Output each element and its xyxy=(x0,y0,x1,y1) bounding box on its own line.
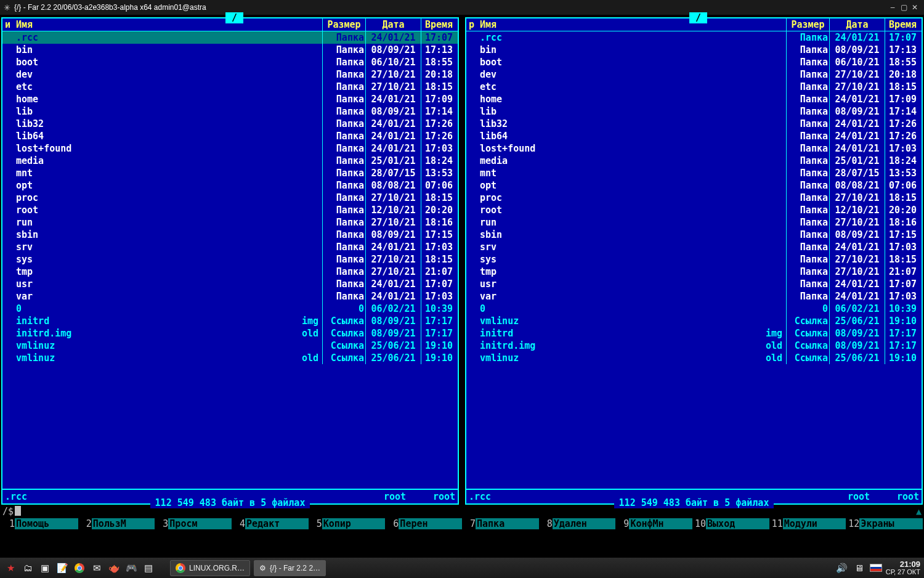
keyboard-layout-flag[interactable] xyxy=(870,564,882,572)
left-panel-path[interactable]: / xyxy=(225,12,243,23)
col-time-header[interactable]: Время xyxy=(421,18,456,31)
file-row[interactable]: .rccПапка24/01/2117:07 xyxy=(2,31,458,44)
file-row[interactable]: runПапка27/10/2118:16 xyxy=(466,216,922,229)
file-row[interactable]: mediaПапка25/01/2118:24 xyxy=(2,155,458,167)
right-file-list[interactable]: .rccПапка24/01/2117:07binПапка08/09/2117… xyxy=(466,31,922,489)
file-row[interactable]: procПапка27/10/2118:15 xyxy=(466,192,922,204)
file-row[interactable]: lib64Папка24/01/2117:26 xyxy=(466,130,922,142)
file-row[interactable]: tmpПапка27/10/2121:07 xyxy=(466,266,922,278)
file-row[interactable]: srvПапка24/01/2117:03 xyxy=(2,241,458,253)
file-row[interactable]: usrПапка24/01/2117:07 xyxy=(466,278,922,290)
keybar-f3[interactable]: 3Просм xyxy=(155,518,232,529)
file-row[interactable]: optПапка08/08/2107:06 xyxy=(2,179,458,192)
file-row[interactable]: initrd.imgoldСсылка08/09/2117:17 xyxy=(466,340,922,352)
file-row[interactable]: etcПапка27/10/2118:15 xyxy=(466,81,922,93)
col-size-header[interactable]: Размер xyxy=(322,18,365,31)
file-row[interactable]: tmpПапка27/10/2121:07 xyxy=(2,266,458,278)
right-panel[interactable]: / p Имя Размер Дата Время .rccПапка24/01… xyxy=(465,17,923,505)
file-row[interactable]: initrdimgСсылка08/09/2117:17 xyxy=(2,315,458,327)
file-row[interactable]: runПапка27/10/2118:16 xyxy=(2,216,458,229)
left-panel[interactable]: / и Имя Размер Дата Время .rccПапка24/01… xyxy=(1,17,459,505)
file-row[interactable]: varПапка24/01/2117:03 xyxy=(2,290,458,303)
file-row[interactable]: devПапка27/10/2120:18 xyxy=(2,68,458,81)
taskbar-item-far[interactable]: ⚙ {/} - Far 2.2 2… xyxy=(254,560,326,576)
keybar-f1[interactable]: 1Помощь xyxy=(1,518,78,529)
file-row[interactable]: lib32Папка24/01/2117:26 xyxy=(2,118,458,130)
network-icon[interactable]: 🖥 xyxy=(853,561,866,575)
keybar-f4[interactable]: 4Редакт xyxy=(232,518,309,529)
file-row[interactable]: mediaПапка25/01/2118:24 xyxy=(466,155,922,167)
file-row[interactable]: lib32Папка24/01/2117:26 xyxy=(466,118,922,130)
file-row[interactable]: vmlinuzСсылка25/06/2119:10 xyxy=(466,315,922,327)
col-date-header[interactable]: Дата xyxy=(829,18,885,31)
file-row[interactable]: vmlinuzСсылка25/06/2119:10 xyxy=(2,340,458,352)
file-row[interactable]: 0006/02/2110:39 xyxy=(466,303,922,315)
keybar-f12[interactable]: 12Экраны xyxy=(846,518,923,529)
teapot-icon[interactable]: 🫖 xyxy=(107,561,121,575)
keybar-f2[interactable]: 2ПользМ xyxy=(78,518,155,529)
file-row[interactable]: procПапка27/10/2118:15 xyxy=(2,192,458,204)
file-row[interactable]: mntПапка28/07/1513:53 xyxy=(2,167,458,179)
file-row[interactable]: optПапка08/08/2107:06 xyxy=(466,179,922,192)
mail-icon[interactable]: ✉ xyxy=(90,561,103,575)
file-row[interactable]: sbinПапка08/09/2117:15 xyxy=(466,229,922,241)
file-row[interactable]: lost+foundПапка24/01/2117:03 xyxy=(2,142,458,155)
file-row[interactable]: rootПапка12/10/2120:20 xyxy=(466,204,922,216)
file-row[interactable]: srvПапка24/01/2117:03 xyxy=(466,241,922,253)
sort-indicator[interactable]: p xyxy=(468,18,479,31)
left-file-list[interactable]: .rccПапка24/01/2117:07binПапка08/09/2117… xyxy=(2,31,458,489)
file-row[interactable]: libПапка08/09/2117:14 xyxy=(466,105,922,118)
file-row[interactable]: initrdimgСсылка08/09/2117:17 xyxy=(466,327,922,340)
file-manager-icon[interactable]: 🗂 xyxy=(21,561,34,575)
right-panel-path[interactable]: / xyxy=(689,12,707,23)
start-menu-icon[interactable]: ★ xyxy=(4,561,17,575)
col-time-header[interactable]: Время xyxy=(885,18,920,31)
dosbox-icon[interactable]: 🎮 xyxy=(124,561,138,575)
file-row[interactable]: bootПапка06/10/2118:55 xyxy=(2,56,458,68)
file-row[interactable]: rootПапка12/10/2120:20 xyxy=(2,204,458,216)
terminal-icon[interactable]: ▣ xyxy=(38,561,52,575)
monitor-icon[interactable]: ▤ xyxy=(142,561,155,575)
system-taskbar[interactable]: ★ 🗂 ▣ 📝 ✉ 🫖 🎮 ▤ LINUX.ORG.R… ⚙ {/} - Far… xyxy=(0,557,924,578)
file-row[interactable]: mntПапка28/07/1513:53 xyxy=(466,167,922,179)
file-row[interactable]: devПапка27/10/2120:18 xyxy=(466,68,922,81)
editor-icon[interactable]: 📝 xyxy=(55,561,69,575)
col-date-header[interactable]: Дата xyxy=(365,18,421,31)
volume-icon[interactable]: 🔊 xyxy=(835,561,849,575)
file-row[interactable]: binПапка08/09/2117:13 xyxy=(466,44,922,56)
col-name-header[interactable]: Имя xyxy=(15,18,322,31)
chrome-icon[interactable] xyxy=(73,561,86,575)
taskbar-item-browser[interactable]: LINUX.ORG.R… xyxy=(170,560,250,576)
sort-indicator[interactable]: и xyxy=(4,18,15,31)
keybar-f9[interactable]: 9КонфМн xyxy=(615,518,692,529)
minimize-button[interactable]: – xyxy=(887,3,898,12)
file-row[interactable]: etcПапка27/10/2118:15 xyxy=(2,81,458,93)
file-row[interactable]: sbinПапка08/09/2117:15 xyxy=(2,229,458,241)
file-row[interactable]: sysПапка27/10/2118:15 xyxy=(2,253,458,266)
file-row[interactable]: homeПапка24/01/2117:09 xyxy=(466,93,922,105)
file-row[interactable]: libПапка08/09/2117:14 xyxy=(2,105,458,118)
file-row[interactable]: vmlinuzoldСсылка25/06/2119:10 xyxy=(2,352,458,364)
col-size-header[interactable]: Размер xyxy=(786,18,829,31)
file-row[interactable]: initrd.imgoldСсылка08/09/2117:17 xyxy=(2,327,458,340)
keybar-f5[interactable]: 5Копир xyxy=(309,518,386,529)
file-row[interactable]: binПапка08/09/2117:13 xyxy=(2,44,458,56)
file-row[interactable]: vmlinuzoldСсылка25/06/2119:10 xyxy=(466,352,922,364)
file-row[interactable]: .rccПапка24/01/2117:07 xyxy=(466,31,922,44)
keybar-f7[interactable]: 7Папка xyxy=(462,518,539,529)
keybar-f10[interactable]: 10Выход xyxy=(692,518,769,529)
col-name-header[interactable]: Имя xyxy=(479,18,786,31)
file-row[interactable]: usrПапка24/01/2117:07 xyxy=(2,278,458,290)
close-button[interactable]: ✕ xyxy=(909,3,920,12)
keybar-f8[interactable]: 8Удален xyxy=(539,518,616,529)
maximize-button[interactable]: ▢ xyxy=(898,3,909,12)
file-row[interactable]: varПапка24/01/2117:03 xyxy=(466,290,922,303)
keybar-f11[interactable]: 11Модули xyxy=(769,518,846,529)
command-line[interactable]: /$ ▲ xyxy=(0,505,924,518)
file-row[interactable]: bootПапка06/10/2118:55 xyxy=(466,56,922,68)
file-row[interactable]: sysПапка27/10/2118:15 xyxy=(466,253,922,266)
file-row[interactable]: lib64Папка24/01/2117:26 xyxy=(2,130,458,142)
system-clock[interactable]: 21:09 СР, 27 ОКТ xyxy=(886,560,920,576)
file-row[interactable]: lost+foundПапка24/01/2117:03 xyxy=(466,142,922,155)
file-row[interactable]: 0006/02/2110:39 xyxy=(2,303,458,315)
